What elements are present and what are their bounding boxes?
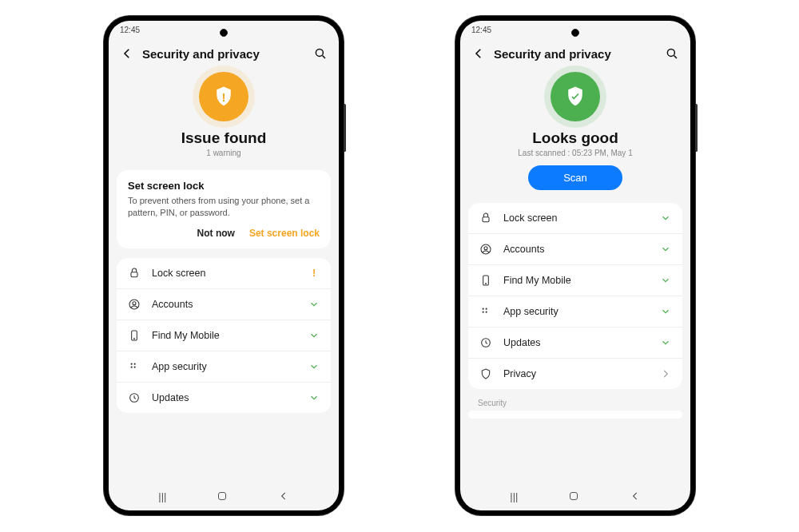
phone-icon (128, 329, 141, 342)
status-subtitle: 1 warning (120, 149, 328, 157)
ok-chevron-icon (660, 244, 671, 255)
ok-chevron-icon (660, 275, 671, 286)
back-icon[interactable] (120, 46, 134, 61)
svg-point-5 (134, 338, 135, 339)
page-title: Security and privacy (494, 47, 657, 61)
back-button[interactable] (278, 490, 289, 502)
recommendation-card: Set screen lock To prevent others from u… (117, 170, 331, 248)
nav-bar: ||| (460, 485, 690, 510)
row-lock-screen[interactable]: Lock screen (468, 203, 682, 234)
svg-point-6 (131, 363, 133, 364)
status-hero: ! Issue found 1 warning (109, 69, 339, 165)
ok-shield-icon (551, 72, 600, 121)
nav-bar: ||| (109, 485, 339, 510)
security-list: Lock screen ! Accounts Find My Mobile Ap… (117, 258, 331, 413)
warning-shield-icon: ! (199, 72, 248, 121)
svg-rect-1 (131, 272, 137, 276)
set-screen-lock-button[interactable]: Set screen lock (249, 228, 320, 239)
warning-icon: ! (308, 268, 320, 279)
scan-button[interactable]: Scan (528, 165, 622, 190)
svg-point-8 (131, 366, 133, 367)
row-label: Find My Mobile (152, 330, 297, 341)
ok-chevron-icon (308, 392, 320, 403)
row-lock-screen[interactable]: Lock screen ! (117, 258, 331, 289)
card-title: Set screen lock (128, 180, 320, 192)
svg-point-19 (483, 312, 484, 313)
security-list: Lock screen Accounts Find My Mobile App … (468, 203, 682, 389)
row-updates[interactable]: Updates (117, 383, 331, 413)
status-hero: Looks good Last scanned : 05:23 PM, May … (460, 69, 690, 198)
row-label: Accounts (152, 299, 297, 310)
app-header: Security and privacy (460, 42, 690, 69)
apps-icon (479, 305, 492, 318)
row-find-my-mobile[interactable]: Find My Mobile (117, 320, 331, 351)
search-icon[interactable] (665, 46, 679, 61)
row-accounts[interactable]: Accounts (468, 234, 682, 265)
svg-point-20 (486, 312, 487, 313)
ok-chevron-icon (308, 330, 320, 341)
card-body: To prevent others from using your phone,… (128, 195, 320, 220)
ok-chevron-icon (660, 337, 671, 348)
chevron-right-icon (660, 368, 671, 379)
phone-icon (479, 274, 492, 287)
svg-point-7 (134, 363, 136, 364)
clock: 12:45 (471, 26, 491, 34)
row-label: Accounts (503, 244, 649, 255)
not-now-button[interactable]: Not now (197, 228, 235, 239)
phone-left: 12:45 Security and privacy ! Issue found… (104, 16, 344, 515)
lock-icon (479, 212, 492, 224)
row-label: Find My Mobile (503, 275, 649, 286)
row-label: Lock screen (503, 212, 649, 224)
apps-icon (128, 360, 141, 373)
user-icon (128, 298, 141, 311)
row-app-security[interactable]: App security (117, 351, 331, 383)
status-title: Looks good (471, 129, 679, 147)
phone-right: 12:45 Security and privacy Looks good La… (455, 16, 695, 515)
ok-chevron-icon (660, 306, 671, 317)
home-button[interactable] (218, 490, 226, 502)
back-button[interactable] (630, 490, 641, 502)
row-find-my-mobile[interactable]: Find My Mobile (468, 265, 682, 296)
app-header: Security and privacy (109, 42, 339, 69)
svg-point-0 (316, 49, 323, 56)
row-updates[interactable]: Updates (468, 328, 682, 359)
svg-point-14 (484, 247, 487, 250)
update-icon (128, 391, 141, 404)
row-privacy[interactable]: Privacy (468, 359, 682, 389)
ok-chevron-icon (660, 212, 671, 224)
svg-point-3 (133, 301, 136, 304)
status-subtitle: Last scanned : 05:23 PM, May 1 (471, 149, 679, 157)
user-icon (479, 243, 492, 256)
svg-point-16 (486, 284, 487, 284)
row-app-security[interactable]: App security (468, 296, 682, 328)
next-section (468, 411, 682, 419)
row-label: Updates (152, 392, 297, 403)
section-label: Security (460, 394, 690, 409)
ok-chevron-icon (308, 361, 320, 372)
status-title: Issue found (120, 129, 328, 147)
svg-point-9 (134, 366, 136, 367)
row-label: App security (152, 361, 297, 372)
ok-chevron-icon (308, 299, 320, 310)
home-button[interactable] (570, 490, 578, 502)
row-label: App security (503, 306, 649, 317)
shield-icon (479, 367, 492, 380)
svg-rect-12 (483, 217, 489, 222)
update-icon (479, 336, 492, 349)
back-icon[interactable] (471, 46, 486, 61)
row-label: Updates (503, 337, 649, 348)
row-label: Privacy (503, 368, 649, 379)
svg-point-18 (486, 308, 487, 310)
svg-point-11 (667, 49, 674, 56)
row-accounts[interactable]: Accounts (117, 289, 331, 320)
lock-icon (128, 267, 141, 280)
row-label: Lock screen (152, 268, 297, 279)
recents-button[interactable]: ||| (510, 490, 518, 502)
svg-point-17 (483, 308, 484, 310)
page-title: Security and privacy (142, 47, 305, 61)
clock: 12:45 (120, 26, 140, 34)
search-icon[interactable] (313, 46, 328, 61)
recents-button[interactable]: ||| (158, 490, 166, 502)
